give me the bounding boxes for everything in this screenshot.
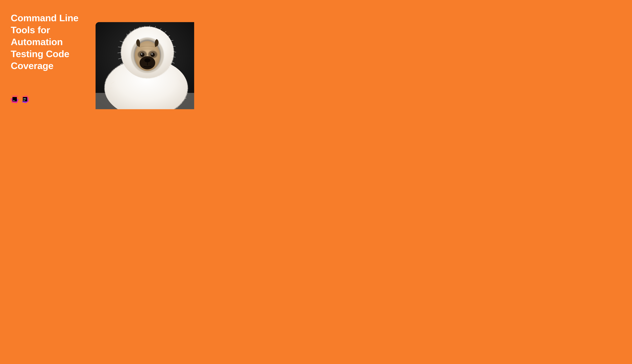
jetbrains-logo-icon <box>11 95 18 103</box>
svg-point-14 <box>144 58 150 62</box>
svg-rect-16 <box>13 100 15 101</box>
dotcover-logo-icon: DC <box>21 95 29 103</box>
logo-row: DC <box>11 95 29 103</box>
hero-image <box>96 22 194 109</box>
svg-rect-18 <box>23 100 25 101</box>
svg-point-11 <box>141 53 142 54</box>
slide-title: Command Line Tools for Automation Testin… <box>11 12 92 72</box>
svg-point-9 <box>140 52 144 57</box>
dotcover-logo-text: DC <box>24 98 26 100</box>
svg-point-10 <box>150 52 155 57</box>
svg-point-12 <box>152 53 153 54</box>
